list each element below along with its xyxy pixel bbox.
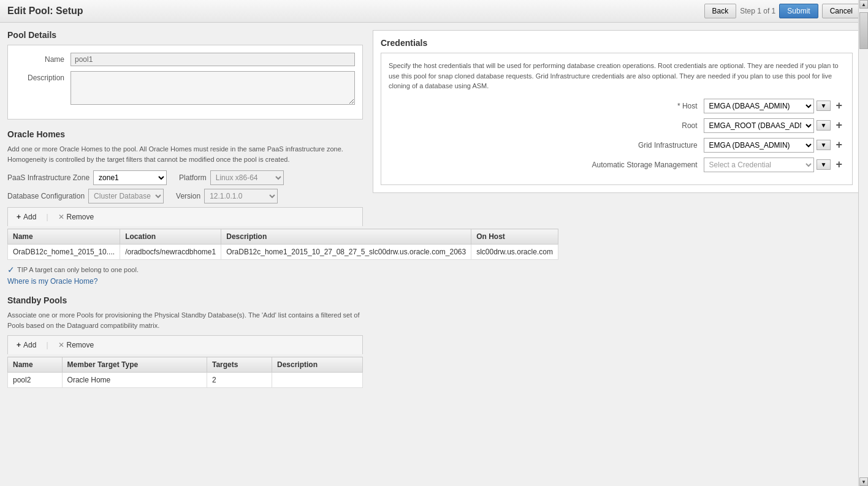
- platform-filter: Platform Linux x86-64: [179, 170, 284, 185]
- cell-sp-desc: [272, 373, 362, 388]
- description-field: [70, 71, 355, 107]
- cred-select-wrap-0: EMGA (DBAAS_ADMIN) ▼ +: [704, 99, 845, 113]
- cred-select-wrap-2: EMGA (DBAAS_ADMIN) ▼ +: [704, 138, 845, 153]
- oracle-homes-remove-button[interactable]: ✕ Remove: [53, 210, 99, 224]
- standby-pools-title: Standby Pools: [7, 295, 363, 305]
- filter-row-2: Database Configuration Cluster Database …: [7, 189, 363, 203]
- col-header-location: Location: [120, 229, 221, 245]
- name-input[interactable]: [70, 53, 355, 66]
- name-field: [70, 53, 355, 66]
- step-indicator: Step 1 of 1: [740, 7, 775, 15]
- two-col-layout: Pool Details Name Description: [7, 30, 861, 398]
- platform-select[interactable]: Linux x86-64: [210, 170, 284, 185]
- cred-select-wrap-1: EMGA_ROOT (DBAAS_ADMIN) ▼ +: [704, 118, 845, 133]
- cred-dropdown-btn-3[interactable]: ▼: [817, 159, 831, 170]
- standby-add-button[interactable]: + Add: [12, 338, 41, 352]
- db-config-select[interactable]: Cluster Database: [88, 189, 164, 203]
- content-area: Pool Details Name Description: [0, 23, 868, 405]
- cell-name: OraDB12c_home1_2015_10....: [8, 245, 120, 260]
- scroll-down-button[interactable]: ▼: [859, 477, 868, 486]
- cred-label-1: Root: [593, 121, 704, 130]
- paas-zone-label: PaaS Infrastructure Zone: [7, 173, 89, 182]
- col-header-name: Name: [8, 229, 120, 245]
- cred-add-btn-2[interactable]: +: [833, 139, 845, 151]
- header-actions: Back Step 1 of 1 Submit Cancel: [704, 4, 861, 18]
- standby-plus-icon: +: [17, 341, 21, 349]
- oracle-homes-section: Oracle Homes Add one or more Oracle Home…: [7, 129, 363, 286]
- version-select[interactable]: 12.1.0.1.0: [204, 189, 278, 203]
- scroll-up-button[interactable]: ▲: [859, 0, 868, 9]
- standby-pools-section: Standby Pools Associate one or more Pool…: [7, 295, 363, 388]
- oracle-homes-desc: Add one or more Oracle Homes to the pool…: [7, 144, 363, 164]
- oracle-homes-toolbar: + Add | ✕ Remove: [7, 207, 363, 226]
- description-input[interactable]: [70, 71, 355, 105]
- cred-dropdown-btn-2[interactable]: ▼: [817, 140, 831, 150]
- platform-label: Platform: [179, 173, 207, 182]
- description-row: Description: [15, 71, 355, 107]
- cred-select-2[interactable]: EMGA (DBAAS_ADMIN): [704, 138, 814, 153]
- sp-col-desc: Description: [272, 357, 362, 373]
- scrollbar[interactable]: ▲ ▼: [858, 0, 868, 486]
- db-config-filter: Database Configuration Cluster Database: [7, 189, 164, 203]
- pool-details-title: Pool Details: [7, 30, 363, 40]
- standby-x-icon: ✕: [58, 341, 64, 349]
- plus-icon: +: [17, 213, 21, 221]
- credential-row-1: Root EMGA_ROOT (DBAAS_ADMIN) ▼ +: [389, 118, 845, 133]
- left-column: Pool Details Name Description: [7, 30, 363, 398]
- tip-content: TIP A target can only belong to one pool…: [17, 266, 139, 273]
- sp-col-targets: Targets: [207, 357, 272, 373]
- cred-add-btn-1[interactable]: +: [833, 119, 845, 132]
- oracle-homes-title: Oracle Homes: [7, 129, 363, 139]
- cred-select-1[interactable]: EMGA_ROOT (DBAAS_ADMIN): [704, 118, 814, 133]
- name-row: Name: [15, 53, 355, 66]
- cell-sp-member: Oracle Home: [62, 373, 207, 388]
- db-config-label: Database Configuration: [7, 192, 85, 200]
- scrollbar-thumb[interactable]: [859, 12, 868, 49]
- standby-remove-label: Remove: [67, 341, 94, 349]
- paas-zone-filter: PaaS Infrastructure Zone zone1: [7, 170, 167, 185]
- cred-select-wrap-3: Select a Credential ▼ +: [704, 158, 845, 172]
- version-label: Version: [176, 192, 200, 200]
- oracle-homes-add-button[interactable]: + Add: [12, 210, 41, 224]
- credentials-fields: * Host EMGA (DBAAS_ADMIN) ▼ + Root EMGA_…: [389, 99, 845, 172]
- standby-desc: Associate one or more Pools for provisio…: [7, 310, 363, 330]
- credentials-section: Credentials Specify the host credentials…: [373, 30, 861, 193]
- standby-pools-toolbar: + Add | ✕ Remove: [7, 335, 363, 354]
- cell-sp-name: pool2: [8, 373, 63, 388]
- page-title: Edit Pool: Setup: [7, 6, 83, 17]
- tip-section: ✓ TIP A target can only belong to one po…: [7, 265, 363, 275]
- oracle-home-link[interactable]: Where is my Oracle Home?: [7, 277, 97, 286]
- cred-label-0: * Host: [593, 102, 704, 110]
- credentials-note: Specify the host credentials that will b…: [389, 61, 845, 91]
- standby-add-label: Add: [23, 341, 36, 349]
- cred-label-2: Grid Infrastructure: [593, 141, 704, 150]
- right-column: Credentials Specify the host credentials…: [373, 30, 861, 398]
- cred-label-3: Automatic Storage Management: [592, 161, 703, 169]
- pool-details-section: Pool Details Name Description: [7, 30, 363, 120]
- cred-dropdown-btn-0[interactable]: ▼: [817, 101, 831, 111]
- version-filter: Version 12.1.0.1.0: [176, 189, 278, 203]
- cred-select-3[interactable]: Select a Credential: [704, 158, 814, 172]
- x-icon: ✕: [58, 213, 64, 221]
- credential-row-3: Automatic Storage Management Select a Cr…: [389, 158, 845, 172]
- standby-pools-table: Name Member Target Type Targets Descript…: [7, 357, 363, 388]
- sp-col-name: Name: [8, 357, 63, 373]
- oracle-home-link-section: Where is my Oracle Home?: [7, 277, 363, 286]
- cred-select-0[interactable]: EMGA (DBAAS_ADMIN): [704, 99, 814, 113]
- standby-remove-button[interactable]: ✕ Remove: [53, 338, 99, 352]
- cell-location: /oradbocfs/newracdbhome1: [120, 245, 221, 260]
- page-header: Edit Pool: Setup Back Step 1 of 1 Submit…: [0, 0, 868, 23]
- cred-add-btn-3[interactable]: +: [833, 158, 845, 171]
- credential-row-0: * Host EMGA (DBAAS_ADMIN) ▼ +: [389, 99, 845, 113]
- tip-icon: ✓: [7, 265, 15, 275]
- back-button[interactable]: Back: [704, 4, 737, 18]
- paas-zone-select[interactable]: zone1: [93, 170, 167, 185]
- cred-add-btn-0[interactable]: +: [833, 99, 845, 112]
- cred-dropdown-btn-1[interactable]: ▼: [817, 120, 831, 131]
- credentials-title: Credentials: [381, 38, 853, 48]
- name-label: Name: [15, 53, 70, 64]
- tip-text: ✓ TIP A target can only belong to one po…: [7, 265, 363, 275]
- cancel-button[interactable]: Cancel: [822, 4, 861, 18]
- remove-label: Remove: [67, 213, 94, 221]
- submit-button[interactable]: Submit: [779, 4, 818, 18]
